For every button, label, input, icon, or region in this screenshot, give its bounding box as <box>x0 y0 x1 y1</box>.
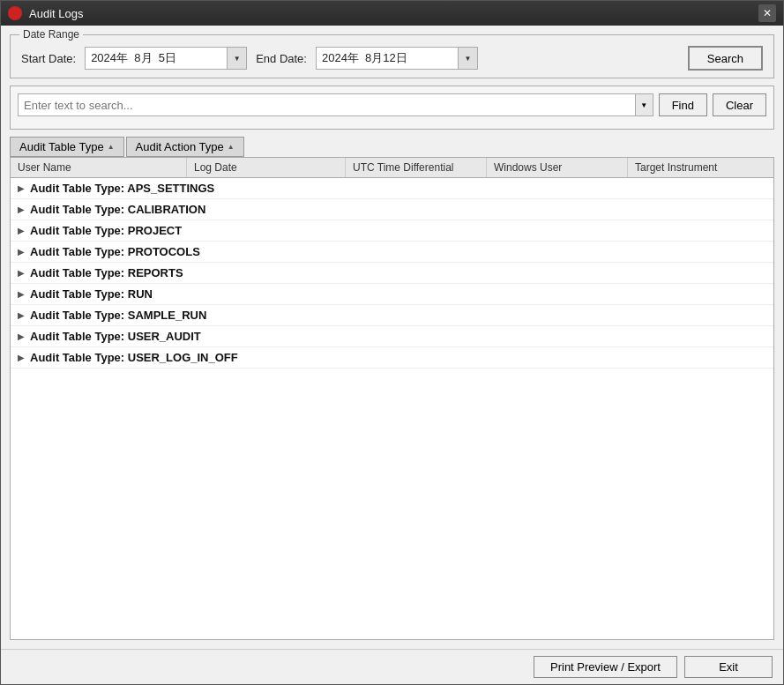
table-section: Audit Table Type ▲ Audit Action Type ▲ U… <box>10 137 774 640</box>
expand-icon: ▶ <box>18 353 25 362</box>
row-text: Audit Table Type: CALIBRATION <box>30 203 205 216</box>
date-range-group: Date Range Start Date: ▼ End Date: ▼ Sea… <box>10 34 774 78</box>
table-row[interactable]: ▶Audit Table Type: SAMPLE_RUN <box>11 305 773 326</box>
row-text: Audit Table Type: REPORTS <box>30 266 183 279</box>
start-date-dropdown-button[interactable]: ▼ <box>227 48 246 69</box>
close-button[interactable]: ✕ <box>758 4 776 22</box>
find-button[interactable]: Find <box>659 93 707 116</box>
row-text: Audit Table Type: PROJECT <box>30 224 182 237</box>
expand-icon: ▶ <box>18 310 25 320</box>
exit-button[interactable]: Exit <box>684 656 773 678</box>
search-input[interactable] <box>19 97 635 114</box>
footer-bar: Print Preview / Export Exit <box>1 649 783 684</box>
tab-audit-action-type-arrow: ▲ <box>228 143 235 151</box>
col-utc: UTC Time Differential <box>346 158 487 177</box>
table-row[interactable]: ▶Audit Table Type: USER_AUDIT <box>11 326 773 347</box>
row-text: Audit Table Type: RUN <box>30 287 153 301</box>
search-dropdown-arrow[interactable]: ▼ <box>635 94 653 115</box>
expand-icon: ▶ <box>18 183 25 193</box>
audit-logs-window: Audit Logs ✕ Date Range Start Date: ▼ En… <box>0 0 784 685</box>
end-date-dropdown-button[interactable]: ▼ <box>458 48 477 69</box>
expand-icon: ▶ <box>18 205 25 214</box>
end-date-label: End Date: <box>256 52 307 65</box>
tab-audit-action-type-label: Audit Action Type <box>136 140 224 153</box>
table-header: User Name Log Date UTC Time Differential… <box>11 158 773 178</box>
table-row[interactable]: ▶Audit Table Type: CALIBRATION <box>11 199 773 220</box>
col-username: User Name <box>11 158 187 177</box>
start-date-label: Start Date: <box>21 52 76 65</box>
expand-icon: ▶ <box>18 331 25 341</box>
col-instrument: Target Instrument <box>628 158 773 177</box>
app-icon <box>8 6 22 20</box>
table-row[interactable]: ▶Audit Table Type: PROTOCOLS <box>11 242 773 263</box>
search-row: ▼ Find Clear <box>18 93 766 116</box>
audit-table: User Name Log Date UTC Time Differential… <box>10 157 774 640</box>
table-row[interactable]: ▶Audit Table Type: USER_LOG_IN_OFF <box>11 347 773 369</box>
expand-icon: ▶ <box>18 289 25 299</box>
table-row[interactable]: ▶Audit Table Type: APS_SETTINGS <box>11 178 773 199</box>
end-date-field[interactable] <box>317 50 458 67</box>
start-date-field[interactable] <box>86 50 227 67</box>
date-range-legend: Date Range <box>19 28 83 41</box>
start-date-input-wrapper: ▼ <box>85 47 247 70</box>
search-input-wrapper: ▼ <box>18 93 653 116</box>
window-title: Audit Logs <box>29 7 758 20</box>
row-text: Audit Table Type: SAMPLE_RUN <box>30 309 206 322</box>
search-button[interactable]: Search <box>688 46 763 71</box>
row-text: Audit Table Type: PROTOCOLS <box>30 245 200 258</box>
table-body: ▶Audit Table Type: APS_SETTINGS▶Audit Ta… <box>11 178 773 639</box>
table-row[interactable]: ▶Audit Table Type: PROJECT <box>11 220 773 242</box>
table-row[interactable]: ▶Audit Table Type: RUN <box>11 284 773 305</box>
col-logdate: Log Date <box>187 158 346 177</box>
col-winuser: Windows User <box>487 158 628 177</box>
group-tabs-bar: Audit Table Type ▲ Audit Action Type ▲ <box>10 137 774 157</box>
expand-icon: ▶ <box>18 226 25 235</box>
title-bar: Audit Logs ✕ <box>1 1 783 26</box>
window-content: Date Range Start Date: ▼ End Date: ▼ Sea… <box>1 26 783 649</box>
table-row[interactable]: ▶Audit Table Type: REPORTS <box>11 263 773 284</box>
end-date-input-wrapper: ▼ <box>316 47 478 70</box>
search-panel: ▼ Find Clear <box>10 86 774 130</box>
print-preview-export-button[interactable]: Print Preview / Export <box>534 656 677 678</box>
tab-audit-table-type-arrow: ▲ <box>108 143 115 151</box>
expand-icon: ▶ <box>18 268 25 278</box>
date-range-row: Start Date: ▼ End Date: ▼ Search <box>21 42 763 71</box>
clear-button[interactable]: Clear <box>713 93 766 116</box>
tab-audit-table-type-label: Audit Table Type <box>19 140 104 153</box>
row-text: Audit Table Type: USER_LOG_IN_OFF <box>30 351 238 364</box>
row-text: Audit Table Type: APS_SETTINGS <box>30 182 214 195</box>
expand-icon: ▶ <box>18 247 25 257</box>
tab-audit-action-type[interactable]: Audit Action Type ▲ <box>126 137 244 157</box>
tab-audit-table-type[interactable]: Audit Table Type ▲ <box>10 137 124 157</box>
row-text: Audit Table Type: USER_AUDIT <box>30 330 201 343</box>
